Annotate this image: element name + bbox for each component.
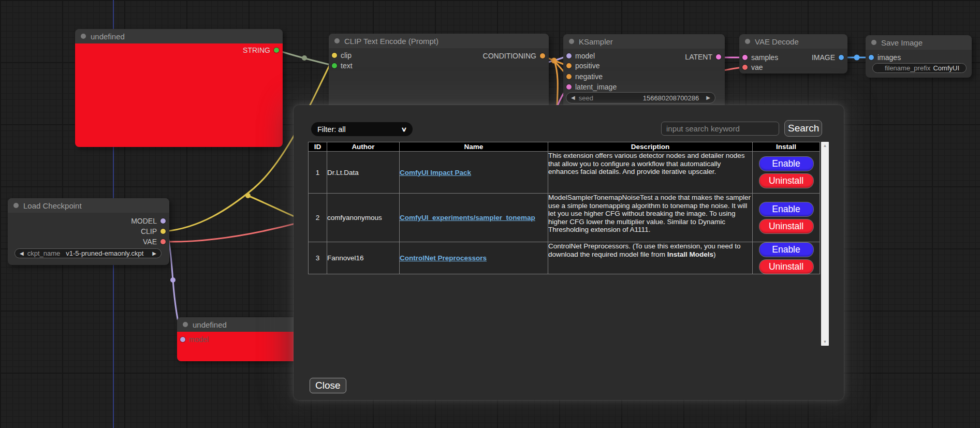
- extension-table-container: ID Author Name Description Install 1 Dr.…: [308, 142, 829, 347]
- widget-label: ckpt_name: [27, 249, 61, 257]
- conditioning-output-port[interactable]: [540, 53, 545, 58]
- collapse-dot-icon[interactable]: [871, 40, 876, 45]
- ckpt-name-widget[interactable]: ◀ ckpt_name v1-5-pruned-emaonly.ckpt ▶: [14, 248, 162, 258]
- table-scrollbar[interactable]: ▲ ▼: [821, 142, 829, 346]
- search-button[interactable]: Search: [784, 120, 822, 137]
- cell-install: Enable Uninstall: [753, 242, 820, 274]
- latent-image-input-port[interactable]: [566, 84, 572, 90]
- output-label-clip: CLIP: [141, 227, 157, 235]
- node-save-image[interactable]: Save Image images filename_prefix ComfyU…: [866, 35, 972, 78]
- widget-value[interactable]: 156680208700286: [593, 94, 706, 102]
- reroute-dot-image[interactable]: [854, 55, 860, 61]
- cell-author: Dr.Lt.Data: [327, 152, 400, 194]
- table-header-row: ID Author Name Description Install: [309, 142, 820, 152]
- widget-label: seed: [579, 94, 593, 102]
- input-label-clip: clip: [341, 51, 352, 60]
- stepper-right-icon[interactable]: ▶: [706, 95, 710, 100]
- cell-id: 3: [309, 242, 327, 274]
- input-label-positive: positive: [575, 62, 599, 70]
- uninstall-button[interactable]: Uninstall: [759, 260, 813, 274]
- widget-value[interactable]: v1-5-pruned-emaonly.ckpt: [60, 249, 152, 257]
- collapse-dot-icon[interactable]: [183, 322, 188, 327]
- collapse-dot-icon[interactable]: [334, 38, 340, 43]
- clip-input-port[interactable]: [332, 53, 337, 58]
- cell-install: Enable Uninstall: [753, 194, 820, 242]
- collapse-dot-icon[interactable]: [569, 39, 574, 44]
- search-input[interactable]: [661, 122, 779, 136]
- close-button[interactable]: Close: [310, 378, 346, 393]
- enable-button[interactable]: Enable: [759, 202, 813, 216]
- enable-button[interactable]: Enable: [759, 157, 813, 171]
- extension-link[interactable]: ComfyUI Impact Pack: [400, 169, 471, 176]
- node-error-body: [75, 43, 283, 147]
- scroll-down-icon[interactable]: ▼: [821, 338, 829, 345]
- node-header[interactable]: CLIP Text Encode (Prompt): [329, 34, 549, 48]
- uninstall-button[interactable]: Uninstall: [759, 174, 813, 188]
- reroute-dot-string[interactable]: [302, 55, 307, 61]
- extension-link[interactable]: ComfyUI_experiments/sampler_tonemap: [400, 214, 535, 222]
- cell-author: comfyanonymous: [327, 194, 400, 242]
- uninstall-button[interactable]: Uninstall: [759, 219, 813, 233]
- cell-description: This extension offers various detector n…: [548, 152, 753, 194]
- reroute-dot-conditioning[interactable]: [551, 58, 557, 64]
- table-row: 2 comfyanonymous ComfyUI_experiments/sam…: [309, 194, 820, 242]
- output-label-conditioning: CONDITIONING: [483, 52, 536, 60]
- stepper-left-icon[interactable]: ◀: [20, 251, 24, 256]
- text-input-port[interactable]: [332, 63, 337, 68]
- widget-value[interactable]: ComfyUI: [930, 64, 961, 72]
- model-input-port[interactable]: [566, 53, 572, 58]
- cell-description: ControlNet Preprocessors. (To use this e…: [548, 242, 753, 274]
- collapse-dot-icon[interactable]: [13, 203, 19, 208]
- node-header[interactable]: KSampler: [563, 34, 725, 49]
- extension-link[interactable]: ControlNet Preprocessors: [400, 254, 487, 262]
- node-load-checkpoint[interactable]: Load Checkpoint MODEL CLIP VAE ◀ ckpt_na…: [8, 198, 169, 265]
- node-clip-text-encode[interactable]: CLIP Text Encode (Prompt) clip text COND…: [329, 34, 549, 116]
- string-output-port[interactable]: [274, 48, 279, 53]
- stepper-left-icon[interactable]: ◀: [571, 95, 575, 100]
- image-output-port[interactable]: [839, 55, 844, 60]
- filename-prefix-widget[interactable]: filename_prefix ComfyUI: [872, 63, 967, 73]
- clip-output-port[interactable]: [160, 229, 166, 234]
- cell-install: Enable Uninstall: [753, 152, 820, 194]
- output-label-image: IMAGE: [812, 53, 835, 62]
- samples-input-port[interactable]: [742, 55, 748, 60]
- node-header[interactable]: undefined: [75, 29, 283, 43]
- col-header-description: Description: [548, 142, 753, 152]
- node-title: KSampler: [579, 37, 613, 46]
- node-vae-decode[interactable]: VAE Decode samples vae IMAGE: [739, 34, 847, 73]
- reroute-dot-model[interactable]: [170, 277, 175, 283]
- images-input-port[interactable]: [869, 55, 874, 60]
- output-label-latent: LATENT: [685, 53, 712, 61]
- scroll-up-icon[interactable]: ▲: [821, 142, 829, 149]
- widget-label: filename_prefix: [885, 64, 930, 72]
- seed-widget[interactable]: ◀ seed 156680208700286 ▶: [566, 92, 715, 104]
- vae-input-port[interactable]: [742, 65, 748, 70]
- input-label-text: text: [341, 62, 353, 70]
- filter-dropdown[interactable]: Filter: all ∨: [311, 122, 413, 136]
- extension-table: ID Author Name Description Install 1 Dr.…: [308, 142, 820, 274]
- node-undefined-top[interactable]: undefined STRING: [75, 29, 283, 147]
- input-label-latent-image: latent_image: [575, 83, 617, 91]
- comfyui-node-canvas[interactable]: undefined STRING CLIP Text Encode (Promp…: [0, 0, 980, 428]
- reroute-dot-clip[interactable]: [245, 193, 251, 198]
- model-output-port[interactable]: [160, 218, 166, 224]
- collapse-dot-icon[interactable]: [745, 39, 750, 44]
- model-input-port[interactable]: [180, 337, 185, 342]
- enable-button[interactable]: Enable: [759, 243, 813, 257]
- positive-input-port[interactable]: [566, 63, 572, 68]
- col-header-id: ID: [309, 142, 327, 152]
- wire-clip-branch: [248, 196, 295, 217]
- vae-output-port[interactable]: [160, 239, 166, 244]
- col-header-name: Name: [400, 142, 548, 152]
- node-header[interactable]: VAE Decode: [739, 34, 847, 49]
- node-header[interactable]: Save Image: [866, 35, 972, 50]
- node-title: VAE Decode: [755, 37, 799, 46]
- col-header-install: Install: [753, 142, 820, 152]
- input-label-model: model: [575, 52, 595, 60]
- latent-output-port[interactable]: [716, 54, 721, 60]
- stepper-right-icon[interactable]: ▶: [152, 251, 156, 256]
- node-header[interactable]: Load Checkpoint: [8, 198, 169, 213]
- negative-input-port[interactable]: [566, 74, 572, 79]
- collapse-dot-icon[interactable]: [81, 34, 86, 39]
- output-label-model: MODEL: [131, 217, 157, 225]
